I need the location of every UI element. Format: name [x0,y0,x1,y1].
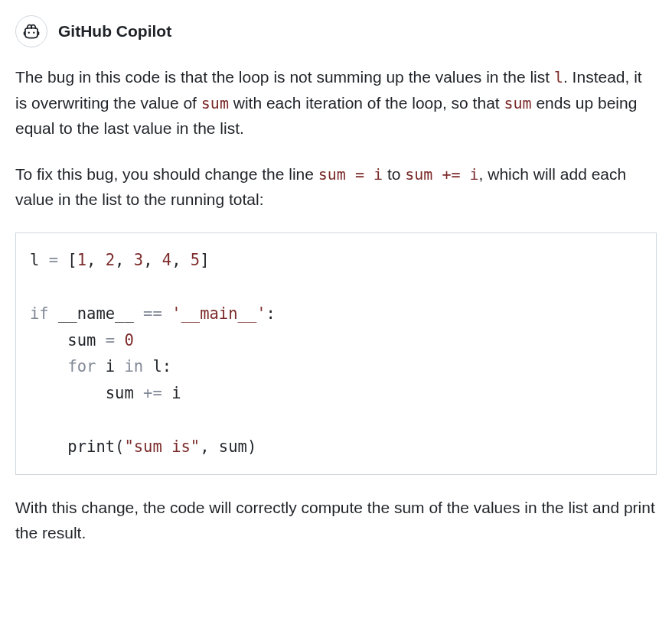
svg-point-0 [28,31,30,33]
code-token: += [143,384,162,402]
code-token: in [124,357,143,376]
inline-code-l: l [554,68,563,86]
assistant-name: GitHub Copilot [58,18,171,44]
code-token [30,357,67,376]
svg-point-1 [33,31,34,33]
code-token: "sum is" [124,437,200,456]
code-token [162,304,171,323]
code-token: : [266,304,276,323]
copilot-icon [21,21,41,41]
code-token: print( [30,437,124,456]
code-token: sum [30,331,106,350]
code-token [115,331,124,350]
code-token: for [67,357,96,376]
code-token: = [49,251,58,269]
text: to [383,165,405,183]
code-token: , [143,251,162,269]
code-block: l = [1, 2, 3, 4, 5] if __name__ == '__ma… [15,232,657,475]
code-token: = [106,331,115,350]
copilot-avatar [15,15,47,47]
code-token: i [96,357,124,376]
code-token: '__main__' [171,304,266,323]
code-token: , sum) [200,437,256,456]
code-token: 3 [134,251,143,269]
explanation-paragraph-2: To fix this bug, you should change the l… [15,161,657,213]
explanation-paragraph-1: The bug in this code is that the loop is… [15,64,657,141]
code-token: __name__ [49,304,143,323]
response-header: GitHub Copilot [15,15,657,47]
code-token: ] [200,251,209,269]
text: with each iteration of the loop, so that [229,94,504,112]
code-token: sum [30,384,143,402]
inline-code-assign: sum = i [318,165,383,184]
code-token: , [171,251,191,269]
text: With this change, the code will correctl… [15,499,655,542]
text: To fix this bug, you should change the l… [15,165,318,183]
code-token: l [30,251,49,269]
inline-code-sum: sum [504,94,531,112]
code-token: if [30,304,49,323]
code-token: i [162,384,181,402]
inline-code-plus-assign: sum += i [405,165,478,184]
code-token: 5 [191,251,200,269]
code-token: , [115,251,134,269]
code-token: 4 [162,251,171,269]
code-token: 0 [124,331,133,350]
code-token: 1 [77,251,86,269]
code-token: [ [58,251,77,269]
inline-code-sum: sum [201,94,229,112]
code-token: == [143,304,162,323]
text: The bug in this code is that the loop is… [15,68,554,86]
code-token: 2 [106,251,115,269]
code-token: , [86,251,106,269]
explanation-paragraph-3: With this change, the code will correctl… [15,495,657,546]
code-token: l: [143,357,171,376]
